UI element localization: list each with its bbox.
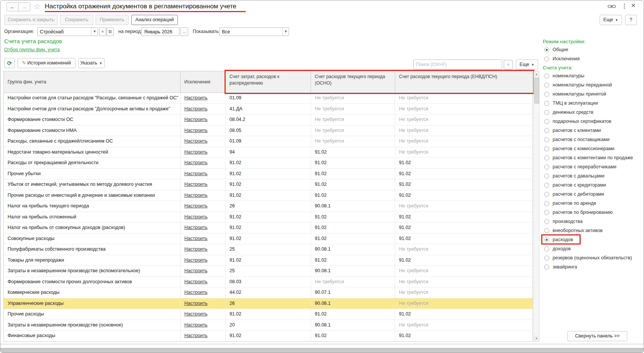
row-group-cell[interactable]: Финансовые расходы [4, 331, 181, 342]
row-distribution-cell[interactable]: 91.02 [226, 158, 311, 169]
row-osno-cell[interactable]: Не требуется [311, 136, 395, 147]
account-radio-3[interactable]: номенклатуры принятой [544, 90, 639, 99]
favorites-star-icon[interactable]: ☆ [34, 2, 41, 11]
table-row[interactable]: Налог на прибыль текущего периодаНастрои… [4, 201, 532, 212]
account-radio-22[interactable]: эквайринга [544, 263, 639, 272]
row-osno-cell[interactable]: 91.02 [311, 331, 395, 342]
mode-radio-exceptions[interactable]: Исключения [544, 55, 639, 64]
column-header-exceptions[interactable]: Исключения [181, 71, 226, 93]
table-row[interactable]: Налог на прибыль отложенныйНастроить91.0… [4, 212, 532, 223]
configure-link[interactable]: Настроить [184, 149, 207, 155]
row-group-cell[interactable]: Расходы, связанные с продажей/списанием … [4, 136, 181, 147]
configure-link[interactable]: Настроить [184, 290, 207, 295]
account-radio-14[interactable]: расчетов с дебиторами [544, 190, 639, 199]
row-distribution-cell[interactable]: 01.09 [226, 136, 311, 147]
account-radio-12[interactable]: расчетов с давальцами [544, 172, 639, 181]
row-osno-cell[interactable]: 90.08.1 [311, 298, 395, 309]
configure-link[interactable]: Настроить [184, 160, 207, 165]
account-radio-19[interactable]: расходов [544, 236, 639, 245]
row-envd-cell[interactable]: Не требуется [395, 201, 532, 212]
row-distribution-cell[interactable]: 20 [226, 320, 311, 331]
row-osno-cell[interactable]: Не требуется [311, 104, 395, 115]
row-envd-cell[interactable]: Не требуется [395, 277, 532, 288]
row-distribution-cell[interactable]: 25 [226, 266, 311, 277]
row-envd-cell[interactable]: 91.02 [395, 179, 532, 190]
account-radio-8[interactable]: расчетов с поставщиками [544, 136, 639, 145]
table-row[interactable]: Формирование стоимости прочих долгосрочн… [4, 277, 532, 288]
configure-link[interactable]: Настроить [184, 333, 207, 338]
row-envd-cell[interactable]: 91.02 [395, 255, 532, 266]
configure-link[interactable]: Настроить [184, 236, 207, 241]
save-button[interactable]: Сохранить [60, 15, 93, 25]
table-more-button[interactable]: Еще▼ [516, 60, 538, 70]
row-distribution-cell[interactable]: 08.04.2 [226, 115, 311, 126]
analyze-operations-button[interactable]: Анализ операций [131, 15, 178, 25]
table-row[interactable]: Совокупные расходыНастроить91.0291.0291.… [4, 234, 532, 245]
row-distribution-cell[interactable]: 91.02 [226, 212, 311, 223]
row-group-cell[interactable]: Формирование стоимости прочих долгосрочн… [4, 277, 181, 288]
row-distribution-cell[interactable]: 91.02 [226, 309, 311, 320]
table-row[interactable]: Настройки счетов для статьи расходов "До… [4, 104, 532, 115]
row-envd-cell[interactable]: 91.02 [395, 234, 532, 245]
scroll-down-icon[interactable]: ▼ [534, 336, 539, 341]
table-row[interactable]: Расходы, связанные с продажей/списанием … [4, 136, 532, 147]
chevron-down-icon[interactable]: ▼ [91, 28, 98, 36]
row-distribution-cell[interactable]: 26 [226, 201, 311, 212]
account-radio-5[interactable]: денежных средств [544, 108, 639, 118]
row-distribution-cell[interactable]: 41.ДА [226, 104, 311, 115]
organization-input[interactable] [37, 27, 98, 36]
row-group-cell[interactable]: Убыток от инвестиций, учитываемых по мет… [4, 179, 181, 190]
configure-link[interactable]: Настроить [184, 106, 207, 111]
row-group-cell[interactable]: Прочие расходы [4, 309, 181, 320]
finance-group-filter-link[interactable]: Отбор группы фин. учета [4, 47, 60, 52]
collapse-panel-button[interactable]: Свернуть панель >> [567, 331, 627, 341]
row-osno-cell[interactable]: 90.08.1 [311, 244, 395, 255]
row-envd-cell[interactable]: Не требуется [395, 147, 532, 158]
account-radio-21[interactable]: резервов (оценочных обязательств) [544, 254, 639, 263]
row-osno-cell[interactable]: 91.02 [311, 169, 395, 180]
row-envd-cell[interactable]: Не требуется [395, 115, 532, 126]
refresh-button[interactable]: ⟳ [4, 58, 15, 68]
row-distribution-cell[interactable]: 91.02 [226, 331, 311, 342]
row-osno-cell[interactable]: 91.02 [311, 234, 395, 245]
row-group-cell[interactable]: Формирование стоимости ОС [4, 115, 181, 126]
row-group-cell[interactable]: Затраты в незавершенном производстве (вс… [4, 266, 181, 277]
row-distribution-cell[interactable]: 26 [226, 298, 311, 309]
help-button[interactable]: ? [625, 15, 637, 25]
table-row[interactable]: Товары для перепродажиНастроить91.0291.0… [4, 255, 532, 266]
table-row[interactable]: Формирование стоимости ОСНастроить08.04.… [4, 115, 532, 126]
table-row[interactable]: Убыток от инвестиций, учитываемых по мет… [4, 179, 532, 190]
row-group-cell[interactable]: Полуфабрикаты собственного производства [4, 244, 181, 255]
configure-link[interactable]: Настроить [184, 257, 207, 263]
row-group-cell[interactable]: Налог на прибыль от совокупных доходов (… [4, 223, 181, 234]
chevron-down-icon[interactable]: ▼ [282, 28, 289, 36]
table-row[interactable]: Финансовые расходыНастроить91.0291.0291.… [4, 331, 532, 342]
apply-button[interactable]: Применить [96, 15, 129, 25]
column-header-distribution[interactable]: Счет затрат, расходов к распределению [226, 71, 311, 93]
account-radio-13[interactable]: расчетов с кредиторами [544, 181, 639, 190]
link-icon[interactable] [608, 4, 616, 11]
row-envd-cell[interactable]: 91.02 [395, 223, 532, 234]
row-distribution-cell[interactable]: 91.02 [226, 179, 311, 190]
account-radio-9[interactable]: расчетов с комиссионерами [544, 145, 639, 154]
row-group-cell[interactable]: Расходы от прекращаемой деятельности [4, 158, 181, 169]
row-group-cell[interactable]: Прочие убытки [4, 169, 181, 180]
configure-link[interactable]: Настроить [184, 268, 207, 273]
row-group-cell[interactable]: Прочие расходы от инвестиций в дочерние … [4, 190, 181, 201]
account-radio-1[interactable]: номенклатуры [544, 72, 639, 81]
configure-link[interactable]: Настроить [184, 301, 207, 306]
table-row[interactable]: Затраты в незавершенном производстве (вс… [4, 266, 532, 277]
row-distribution-cell[interactable]: 91.02 [226, 190, 311, 201]
account-radio-17[interactable]: производства [544, 218, 639, 227]
row-envd-cell[interactable]: 91.02 [395, 169, 532, 180]
row-osno-cell[interactable]: Не требуется [311, 115, 395, 126]
save-and-close-button[interactable]: Сохранить и закрыть [4, 15, 58, 25]
row-osno-cell[interactable]: Не требуется [311, 126, 395, 136]
back-button[interactable]: ← [6, 2, 19, 11]
row-envd-cell[interactable]: 91.02 [395, 158, 532, 169]
table-row[interactable]: Настройки счетов для статьи расходов "Ра… [4, 93, 532, 104]
table-row[interactable]: Прочие расходы от инвестиций в дочерние … [4, 190, 532, 201]
row-distribution-cell[interactable]: 08.03 [226, 277, 311, 288]
specify-button[interactable]: Указать▼ [78, 58, 105, 68]
configure-link[interactable]: Настроить [184, 95, 207, 100]
